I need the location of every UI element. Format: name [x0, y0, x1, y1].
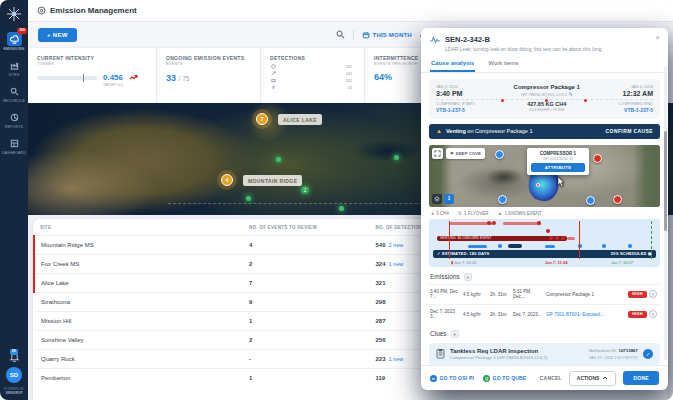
panel-footer: πGO TO OSI PI QGO TO QUBE CANCEL ACTIONS… [421, 365, 668, 390]
map-site-marker-alice-lake[interactable]: 7 [256, 113, 268, 125]
tab-cause-analysis[interactable]: Cause analysis [430, 58, 475, 72]
new-detections-link[interactable]: 2 new [388, 242, 403, 248]
trend-up-icon [129, 74, 138, 81]
start-ref-link[interactable]: VTB-1-237-5 [436, 107, 475, 113]
end-ref-link[interactable]: VTB-1-237-5 [618, 107, 653, 113]
sensor-icon [270, 85, 276, 90]
map-detection-cluster[interactable]: 2 [301, 186, 309, 194]
summary-start: JAN 3, 2024 3:40 PM CONFIRMED START VTB-… [436, 84, 475, 113]
emission-event-icon [430, 36, 440, 44]
edit-icon[interactable]: ✎ [568, 91, 572, 97]
emission-management-app: 100 EMISSIONS SITES RECONCILE REPORTS DA… [0, 0, 673, 400]
calendar-icon [362, 31, 370, 39]
venting-timeline-bar[interactable]: VENTING: BLOWDOWN EVENT [437, 236, 567, 241]
event-subtitle: LDAR Leak: turning leak on blow fitting;… [445, 46, 601, 52]
site-name: Quarry Rock [34, 350, 243, 369]
emission-row[interactable]: Dec 7, 2023 3... 4.5 kg/hr 2h, 31m Dec 7… [429, 304, 660, 324]
go-to-qube-link[interactable]: QGO TO QUBE [483, 375, 526, 382]
ch4-icon: ● [431, 211, 434, 216]
clue-timestamp: JAN 27, 2024 2:45 PM PST [589, 355, 638, 360]
intensity-progress-bar [37, 76, 97, 80]
sidebar-item-reconcile[interactable]: RECONCILE [0, 81, 28, 107]
detection-marker[interactable] [613, 195, 622, 204]
detection-marker[interactable] [586, 196, 595, 205]
sidebar-item-dashboard[interactable]: DASHBOARD [0, 133, 28, 159]
map-site-label-alice-lake[interactable]: ALICE LAKE [278, 114, 322, 125]
new-detections-link[interactable]: 1 new [388, 356, 403, 362]
confirm-cause-button[interactable]: CONFIRM CAUSE [606, 128, 653, 134]
emission-row[interactable]: 3:40 PM, Dec 7... 4.5 kg/hr 2h, 31m 5:31… [429, 284, 660, 304]
event-summary-card: JAN 3, 2024 3:40 PM CONFIRMED START VTB-… [429, 79, 660, 119]
detection-marker[interactable] [498, 195, 507, 204]
event-timeline[interactable]: VENTING: BLOWDOWN EVENT ✓ ESTIMATED: 180… [429, 219, 660, 267]
new-detections-link[interactable]: 1 new [388, 261, 403, 267]
source-link[interactable]: GP-7001-BT001- Exposed... [546, 312, 626, 317]
clues-section-header: Clues + [421, 324, 668, 341]
cancel-button[interactable]: CANCEL [540, 375, 562, 381]
estimate-bar: ✓ ESTIMATED: 180 DAYS DIG SCHEDULED ▣ [433, 250, 656, 258]
severity-badge: HIGH [628, 291, 647, 298]
map-site-marker-mountain-ridge[interactable]: 4 [221, 174, 233, 186]
row-menu-icon[interactable]: ≡ [649, 310, 657, 318]
go-to-osipi-link[interactable]: πGO TO OSI PI [430, 375, 474, 382]
sensorup-logo-icon [3, 3, 25, 25]
sidebar-item-label: REPORTS [5, 125, 23, 129]
timeline-timestamp: Jan 7, 11:24 [545, 260, 567, 265]
attribute-button[interactable]: ATTRIBUTE [531, 163, 585, 172]
clues-add-icon[interactable]: + [451, 330, 459, 338]
done-button[interactable]: DONE [623, 371, 659, 385]
user-avatar[interactable]: SD [6, 367, 22, 383]
tab-work-items[interactable]: Work items [487, 58, 519, 72]
col-header-events[interactable]: NO. OF EVENTS TO REVIEW [243, 219, 370, 236]
sidebar-item-label: SITES [8, 73, 19, 77]
expand-icon[interactable] [432, 148, 443, 159]
flag-icon: ⚑ [450, 151, 454, 156]
timeline-scheduled-line [651, 221, 652, 259]
detection-marker[interactable] [593, 154, 602, 163]
col-header-site[interactable]: SITE [34, 219, 243, 236]
sidebar-item-label: RECONCILE [3, 99, 25, 103]
summary-end: JAN 4, 2024 12:32 AM CONFIRMED END VTB-1… [618, 84, 653, 113]
toolbar-divider [353, 30, 354, 40]
map-detection-dot[interactable] [339, 206, 344, 211]
map-site-label-mountain-ridge[interactable]: MOUNTAIN RIDGE [243, 175, 302, 186]
clue-confirmed-check-icon[interactable]: ✓ [643, 349, 653, 359]
layers-count-chip[interactable]: 1 [444, 194, 454, 204]
satellite-view[interactable]: ⚑DEEP COVE COMPRESSOR 1 GP-3234-3234-15 … [429, 145, 660, 207]
events-total: / 75 [179, 75, 190, 82]
panel-scrollbar[interactable] [664, 66, 667, 360]
emissions-add-icon[interactable]: + [464, 273, 472, 281]
map-detection-dot[interactable] [246, 196, 251, 201]
scrollbar-thumb[interactable] [664, 131, 667, 231]
source-point [536, 183, 540, 187]
actions-button[interactable]: ACTIONS [569, 371, 617, 386]
detections-legend: ●3 CH4 ⇅1 FLYOVER ▲1 KNOWN EVENT [421, 207, 668, 218]
stat-current-intensity: CURRENT INTENSITY TONNES 0.456 TARGET 0.… [28, 48, 156, 103]
sidebar-item-reports[interactable]: REPORTS [0, 107, 28, 133]
emissions-count-badge: 100 [17, 28, 27, 34]
search-icon[interactable] [336, 30, 345, 39]
timeline-marker-line [449, 221, 450, 259]
emissions-icon [7, 32, 22, 46]
time-filter[interactable]: THIS MONTH [362, 31, 412, 39]
map-detection-dot[interactable] [394, 155, 399, 160]
map-detection-dot[interactable] [276, 157, 281, 162]
clue-card[interactable]: Tankless Req LDAR Inspection Compressor … [429, 343, 660, 366]
clue-title: Tankless Req LDAR Inspection [450, 348, 547, 354]
summary-asset: Compressor Package 1 GP-78816-BT301-COL1… [514, 84, 580, 113]
notifications-bell-icon[interactable]: 18 [9, 351, 20, 362]
powered-by: POWERED BY SENSORUP [4, 388, 24, 396]
row-menu-icon[interactable]: ≡ [649, 290, 657, 298]
intensity-value: 0.456 [103, 73, 123, 82]
detection-marker[interactable] [495, 150, 504, 159]
vehicle-icon [270, 78, 276, 83]
satellite-location-chip[interactable]: ⚑DEEP COVE [446, 148, 485, 159]
timeline-timestamp: ▮ Jan 7, 10:24 [451, 260, 476, 265]
new-button[interactable]: + NEW [38, 28, 77, 42]
sidebar-item-emissions[interactable]: 100 EMISSIONS [0, 29, 28, 55]
site-name: Fox Creek MS [34, 255, 243, 274]
layers-icon[interactable] [432, 194, 442, 204]
sidebar-item-sites[interactable]: SITES [0, 55, 28, 81]
close-icon[interactable]: × [655, 34, 660, 42]
site-name: Pemberton [34, 369, 243, 388]
